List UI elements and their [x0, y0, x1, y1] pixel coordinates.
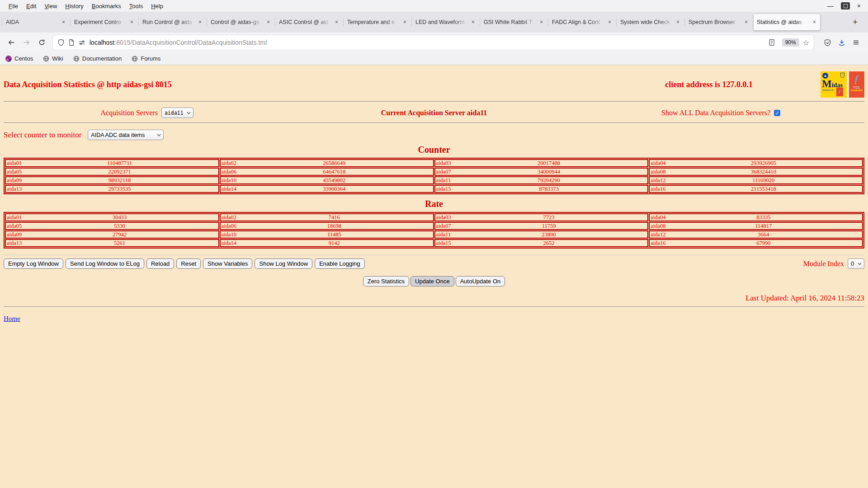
- tab-control[interactable]: Control @ aidas-gs ×: [208, 14, 274, 30]
- divider: [4, 255, 864, 256]
- forward-button[interactable]: [19, 36, 34, 49]
- hamburger-menu-icon[interactable]: [852, 39, 860, 46]
- tab-close-icon[interactable]: ×: [675, 19, 680, 25]
- tab-asic-control[interactable]: ASIC Control @ aid ×: [276, 14, 342, 30]
- tab-close-icon[interactable]: ×: [744, 19, 749, 25]
- close-window-button[interactable]: ×: [857, 3, 861, 9]
- new-tab-button[interactable]: +: [848, 17, 862, 27]
- tab-close-icon[interactable]: ×: [266, 19, 271, 25]
- table-row: aida0522092371 aida0664647618 aida073400…: [5, 168, 863, 176]
- reload-button-page[interactable]: Reload: [146, 258, 174, 269]
- tab-close-icon[interactable]: ×: [812, 19, 817, 25]
- url-text[interactable]: localhost:8015/DataAcquisitionControl/Da…: [90, 39, 769, 46]
- tab-close-icon[interactable]: ×: [607, 19, 612, 25]
- globe-icon: [43, 56, 49, 62]
- divider: [4, 122, 864, 123]
- globe-icon: [132, 56, 138, 62]
- enable-logging-button[interactable]: Enable Logging: [315, 258, 364, 269]
- bookmark-wiki[interactable]: Wiki: [43, 55, 63, 62]
- module-index-group: Module Index 0: [803, 258, 864, 269]
- acquisition-server-select[interactable]: aida11: [161, 108, 194, 118]
- menu-file[interactable]: File: [5, 2, 22, 10]
- menu-view[interactable]: View: [40, 2, 61, 10]
- tab-fadc-align[interactable]: FADC Align & Cont ×: [549, 14, 615, 30]
- midas-logo: ▲ Midas powered by ƒ: [821, 71, 847, 98]
- zoom-level-badge[interactable]: 90%: [782, 38, 799, 47]
- tab-close-icon[interactable]: ×: [334, 19, 339, 25]
- permissions-tune-icon[interactable]: [78, 39, 86, 46]
- navigation-toolbar: localhost:8015/DataAcquisitionControl/Da…: [0, 33, 868, 52]
- chevron-down-icon: [157, 134, 161, 136]
- tab-spectrum-browser[interactable]: Spectrum Browser ×: [685, 14, 752, 30]
- centos-icon: [5, 56, 12, 62]
- tab-close-icon[interactable]: ×: [471, 19, 476, 25]
- last-updated-text: Last Updated: April 16, 2024 11:58:23: [4, 294, 864, 303]
- tracking-protection-shield-icon[interactable]: [57, 39, 65, 46]
- current-server-text: Current Acquisition Server aida11: [381, 109, 487, 117]
- tab-statistics-active[interactable]: Statistics @ aidas ×: [754, 14, 820, 30]
- window-controls: — ×: [827, 2, 863, 9]
- module-index-label: Module Index: [803, 260, 844, 268]
- select-counter-label: Select counter to monitor: [4, 131, 81, 140]
- menu-history[interactable]: History: [61, 2, 87, 10]
- tab-experiment-control[interactable]: Experiment Contro ×: [71, 14, 137, 30]
- counter-heading: Counter: [4, 145, 864, 155]
- url-host: localhost: [90, 39, 114, 46]
- show-all-servers-checkbox[interactable]: ✓: [774, 110, 780, 116]
- update-once-button[interactable]: Update Once: [410, 276, 454, 286]
- table-row: aida0130433 aida027416 aida037723 aida04…: [5, 213, 863, 221]
- reader-view-icon[interactable]: [769, 39, 775, 46]
- browser-chrome: File Edit View History Bookmarks Tools H…: [0, 0, 868, 65]
- bookmark-star-icon[interactable]: ☆: [803, 38, 809, 47]
- bookmark-centos[interactable]: Centos: [5, 55, 33, 62]
- menu-help[interactable]: Help: [147, 2, 167, 10]
- tab-close-icon[interactable]: ×: [129, 19, 134, 25]
- bookmark-documentation[interactable]: Documentation: [73, 55, 122, 62]
- menu-tools[interactable]: Tools: [125, 2, 147, 10]
- page-title: Data Acquisition Statistics @ http aidas…: [4, 80, 172, 89]
- divider: [4, 101, 864, 102]
- chevron-down-icon: [858, 263, 862, 265]
- tab-system-wide-checks[interactable]: System wide Check ×: [617, 14, 684, 30]
- tab-close-icon[interactable]: ×: [539, 19, 544, 25]
- tab-run-control[interactable]: Run Control @ aida ×: [139, 14, 206, 30]
- url-bar[interactable]: localhost:8015/DataAcquisitionControl/Da…: [53, 35, 814, 50]
- reload-button[interactable]: [34, 36, 49, 49]
- menu-bookmarks[interactable]: Bookmarks: [88, 2, 125, 10]
- tab-temperature[interactable]: Temperature and s ×: [344, 14, 410, 30]
- home-link[interactable]: Home: [4, 315, 20, 322]
- reset-button[interactable]: Reset: [176, 258, 201, 269]
- tab-close-icon[interactable]: ×: [402, 19, 407, 25]
- downloads-icon[interactable]: [838, 39, 846, 47]
- rate-heading: Rate: [4, 199, 864, 209]
- bookmark-forums[interactable]: Forums: [132, 55, 160, 62]
- send-log-to-elog-button[interactable]: Send Log Window to ELog: [66, 258, 144, 269]
- tab-close-icon[interactable]: ×: [61, 19, 66, 25]
- toolbar-right-cluster: [817, 39, 864, 47]
- module-index-select[interactable]: 0: [848, 258, 864, 269]
- tab-close-icon[interactable]: ×: [198, 19, 203, 25]
- zero-statistics-button[interactable]: Zero Statistics: [363, 276, 409, 286]
- autoupdate-on-button[interactable]: AutoUpdate On: [456, 276, 505, 286]
- menu-bar: File Edit View History Bookmarks Tools H…: [0, 0, 868, 12]
- counter-monitor-select[interactable]: AIDA ADC data items: [88, 130, 164, 140]
- page-info-icon[interactable]: [68, 39, 75, 46]
- tab-aida[interactable]: AIDA ×: [3, 14, 69, 30]
- table-row: aida055330 aida0618698 aida0711759 aida0…: [5, 222, 863, 230]
- globe-icon: [73, 56, 80, 62]
- tab-led-waveform[interactable]: LED and Waveform ×: [412, 14, 479, 30]
- client-address: client address is 127.0.0.1: [665, 80, 753, 89]
- show-log-window-button[interactable]: Show Log Window: [255, 258, 312, 269]
- show-variables-button[interactable]: Show Variables: [203, 258, 252, 269]
- table-row: aida1329733535 aida1433900364 aida158783…: [5, 185, 863, 193]
- table-row: aida135261 aida149142 aida152652 aida166…: [5, 239, 863, 247]
- empty-log-window-button[interactable]: Empty Log Window: [4, 258, 63, 269]
- back-button[interactable]: [4, 36, 19, 49]
- menu-edit[interactable]: Edit: [22, 2, 40, 10]
- minimize-button[interactable]: —: [827, 3, 834, 9]
- account-shield-icon[interactable]: [824, 39, 831, 47]
- tab-bar: AIDA × Experiment Contro × Run Control @…: [0, 12, 868, 33]
- tab-gsi-white-rabbit[interactable]: GSI White Rabbit T ×: [481, 14, 547, 30]
- maximize-button[interactable]: [841, 2, 850, 9]
- update-buttons-row: Zero Statistics Update Once AutoUpdate O…: [4, 276, 864, 286]
